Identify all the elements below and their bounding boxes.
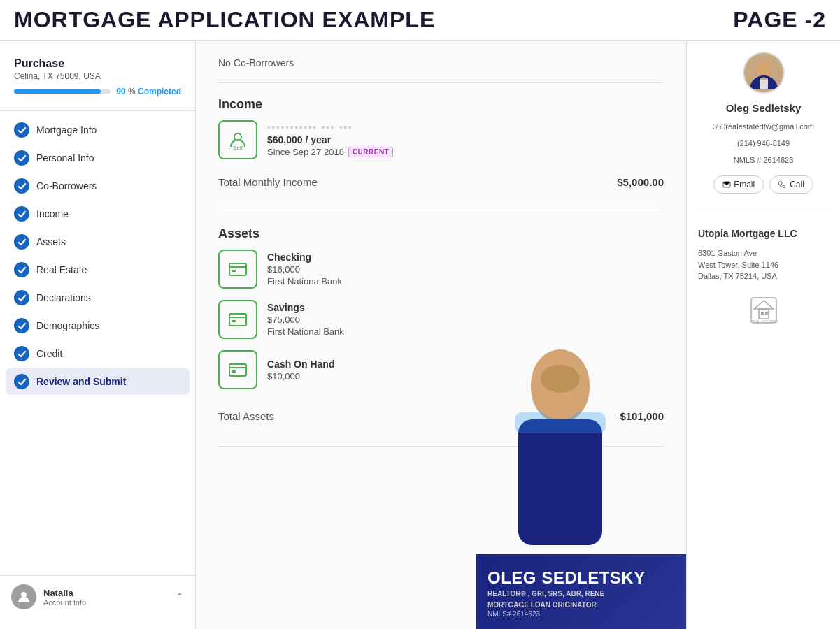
- check-icon-mortgage-info: [14, 122, 29, 138]
- agent-avatar: [743, 52, 785, 94]
- svg-rect-21: [761, 312, 764, 314]
- checking-amount: $16,000: [267, 264, 342, 275]
- check-icon-review-submit: [14, 374, 29, 389]
- checking-bank: First Nationa Bank: [267, 276, 342, 287]
- income-amount: $60,000 / year: [267, 134, 393, 145]
- cash-amount: $10,000: [267, 371, 334, 382]
- email-button[interactable]: Email: [713, 175, 764, 194]
- progress-bar-bg: [14, 89, 111, 94]
- header: MORTGAGE APPLICATION EXAMPLE PAGE -2: [0, 0, 840, 41]
- svg-rect-5: [229, 314, 246, 326]
- cash-details: Cash On Hand $10,000: [267, 359, 334, 382]
- equal-housing-icon: EQUAL HOUSING: [750, 296, 778, 324]
- total-assets-label: Total Assets: [218, 410, 274, 422]
- divider-after-assets: [218, 446, 664, 447]
- sidebar-divider: [0, 110, 195, 111]
- svg-marker-19: [754, 301, 774, 309]
- user-sub: Account Info: [43, 598, 86, 607]
- svg-rect-4: [232, 270, 236, 272]
- income-icon-box: Self: [218, 120, 257, 159]
- app-title: MORTGAGE APPLICATION EXAMPLE: [14, 7, 435, 33]
- progress-bar-fill: [14, 89, 101, 94]
- agent-avatar-container: [698, 52, 829, 94]
- agent-phone: (214) 940-8149: [698, 139, 829, 147]
- savings-bank: First National Bank: [267, 326, 344, 337]
- svg-rect-6: [232, 320, 236, 322]
- chevron-up-icon[interactable]: ⌃: [176, 591, 184, 602]
- call-btn-label: Call: [790, 180, 804, 189]
- svg-rect-8: [232, 370, 236, 373]
- company-addr-line1: 6301 Gaston Ave: [698, 247, 829, 259]
- main-content: No Co-Borrowers Income Self ••••••••••• …: [196, 41, 686, 629]
- current-badge: CURRENT: [348, 147, 393, 157]
- promo-nmls: NMLS# 2614623: [487, 610, 675, 618]
- savings-details: Savings $75,000 First National Bank: [267, 302, 344, 337]
- call-button[interactable]: Call: [769, 175, 813, 194]
- income-item: Self ••••••••••• ••• ••• $60,000 / year …: [218, 120, 664, 159]
- email-btn-label: Email: [734, 180, 755, 189]
- total-income-label: Total Monthly Income: [218, 176, 318, 188]
- sidebar-item-review-submit[interactable]: Review and Submit: [6, 368, 190, 395]
- checking-type: Checking: [267, 252, 342, 263]
- nav-label-co-borrowers: Co-Borrowers: [36, 180, 97, 191]
- nav-label-assets: Assets: [36, 236, 66, 247]
- nav-label-review-submit: Review and Submit: [36, 376, 126, 387]
- checking-details: Checking $16,000 First Nationa Bank: [267, 252, 342, 287]
- main-layout: Purchase Celina, TX 75009, USA 90 % Comp…: [0, 41, 840, 629]
- asset-item-cash: Cash On Hand $10,000: [218, 350, 664, 389]
- income-name-masked: ••••••••••• ••• •••: [267, 122, 393, 133]
- svg-text:Self: Self: [233, 145, 243, 151]
- income-since-text: Since Sep 27 2018: [267, 147, 344, 157]
- income-section-header: Income: [218, 97, 664, 112]
- person-image-overlay: OLEG SEDLETSKY REALTOR® , GRI, SRS, ABR,…: [476, 349, 686, 629]
- nav-label-personal-info: Personal Info: [36, 152, 94, 164]
- agent-name: Oleg Sedletsky: [698, 102, 829, 114]
- asset-item-savings: Savings $75,000 First National Bank: [218, 300, 664, 339]
- company-address: 6301 Gaston Ave West Tower, Suite 1146 D…: [698, 247, 829, 282]
- check-icon-declarations: [14, 290, 29, 305]
- sidebar-item-personal-info[interactable]: Personal Info: [6, 145, 190, 171]
- sidebar-item-declarations[interactable]: Declarations: [6, 284, 190, 311]
- check-icon-real-estate: [14, 262, 29, 277]
- promo-title: REALTOR® , GRI, SRS, ABR, RENE: [487, 590, 675, 598]
- right-panel: Oleg Sedletsky 360realestatedfw@gmail.co…: [686, 41, 840, 629]
- company-addr-line3: Dallas, TX 75214, USA: [698, 270, 829, 282]
- svg-rect-16: [760, 78, 768, 89]
- sidebar-item-income[interactable]: Income: [6, 201, 190, 227]
- nav-label-income: Income: [36, 208, 69, 219]
- divider-after-income: [218, 212, 664, 212]
- page-number: PAGE -2: [733, 7, 826, 33]
- savings-icon-box: [218, 300, 257, 339]
- sidebar: Purchase Celina, TX 75009, USA 90 % Comp…: [0, 41, 196, 629]
- cash-type: Cash On Hand: [267, 359, 334, 370]
- assets-section-header: Assets: [218, 226, 664, 241]
- check-icon-income: [14, 206, 29, 222]
- equal-housing: EQUAL HOUSING: [698, 296, 829, 324]
- check-icon-co-borrowers: [14, 178, 29, 194]
- sidebar-item-demographics[interactable]: Demographics: [6, 312, 190, 339]
- income-since: Since Sep 27 2018 CURRENT: [267, 147, 393, 157]
- sidebar-item-credit[interactable]: Credit: [6, 340, 190, 367]
- panel-divider: [698, 208, 829, 208]
- divider-after-borrowers: [218, 82, 664, 83]
- asset-item-checking: Checking $16,000 First Nationa Bank: [218, 250, 664, 289]
- user-name: Natalia: [43, 588, 86, 598]
- no-borrowers-label: No Co-Borrowers: [218, 57, 664, 68]
- progress-container: 90 % Completed: [14, 87, 181, 96]
- checking-icon-box: [218, 250, 257, 289]
- svg-rect-3: [229, 263, 246, 275]
- total-assets-row: Total Assets $101,000: [218, 400, 664, 432]
- user-info: Natalia Account Info: [11, 584, 86, 609]
- svg-rect-10: [518, 419, 602, 545]
- sidebar-item-co-borrowers[interactable]: Co-Borrowers: [6, 173, 190, 199]
- nav-label-demographics: Demographics: [36, 320, 99, 331]
- check-icon-personal-info: [14, 150, 29, 166]
- sidebar-item-real-estate[interactable]: Real Estate: [6, 256, 190, 283]
- total-assets-value: $101,000: [620, 410, 664, 422]
- sidebar-item-assets[interactable]: Assets: [6, 229, 190, 255]
- agent-nmls: NMLS # 2614623: [698, 156, 829, 164]
- user-avatar: [11, 584, 36, 609]
- total-income-row: Total Monthly Income $5,000.00: [218, 166, 664, 198]
- sidebar-item-mortgage-info[interactable]: Mortgage Info: [6, 117, 190, 143]
- company-name: Utopia Mortgage LLC: [698, 228, 829, 239]
